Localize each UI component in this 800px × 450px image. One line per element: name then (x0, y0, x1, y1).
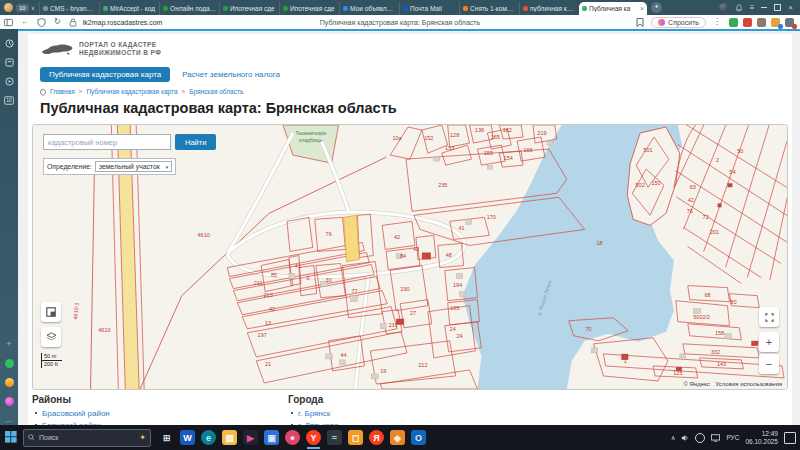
maximize-button[interactable] (774, 4, 781, 11)
breadcrumb-map[interactable]: Публичная кадастровая карта (86, 88, 177, 95)
browser-tab[interactable]: Ипотечная сде (279, 2, 339, 15)
browser-toolbar: ← ↻ lk2map.roscadastres.com Публичная ка… (0, 15, 800, 30)
network-icon[interactable] (695, 433, 705, 443)
city-link[interactable]: г. Брянск (298, 409, 349, 418)
tabs-panel-icon[interactable]: 10 (4, 95, 14, 105)
taskbar-app-store[interactable]: ◻ (348, 430, 363, 445)
taskbar-clock[interactable]: 12:49 06.10.2025 (745, 430, 778, 446)
bookmarks-panel-icon[interactable] (4, 57, 14, 67)
volume-icon[interactable] (681, 434, 689, 442)
nav-tab-land-tax[interactable]: Расчет земельного налога (182, 70, 280, 79)
taskbar-app-explorer[interactable]: ▤ (222, 430, 237, 445)
minimize-button[interactable] (761, 7, 767, 8)
history-icon[interactable] (4, 38, 14, 48)
url-text[interactable]: lk2map.roscadastres.com (83, 19, 163, 26)
taskbar-app-app-pink[interactable]: ● (285, 430, 300, 445)
browser-tab[interactable]: MirAccept - код (99, 2, 159, 15)
browser-tab[interactable]: публичная када (519, 2, 579, 15)
attribution-terms-link[interactable]: Условия использования (715, 381, 782, 387)
notification-center-icon[interactable] (784, 432, 796, 444)
nav-tab-cadastral-map[interactable]: Публичная кадастровая карта (40, 67, 170, 82)
notifications-bell-icon[interactable] (735, 4, 743, 12)
taskbar-app-outlook[interactable]: O (411, 430, 426, 445)
taskbar-app-calculator[interactable]: = (327, 430, 342, 445)
start-button[interactable] (5, 429, 17, 447)
tab-favicon (223, 6, 228, 11)
district-link[interactable]: Брасовский район (42, 409, 114, 418)
copilot-sparkle-icon[interactable]: ✦ (139, 433, 146, 442)
browser-tab[interactable]: Публичная ка× (579, 2, 647, 15)
select-value: земельный участок (99, 163, 160, 170)
alice-icon[interactable] (4, 396, 14, 406)
extension-adblock-icon[interactable] (729, 18, 738, 27)
breadcrumb-home[interactable]: Главная (50, 88, 75, 95)
messenger-icon[interactable] (4, 358, 14, 368)
display-icon[interactable] (711, 434, 720, 442)
parcel-label: 9 (306, 275, 309, 281)
browser-tab[interactable]: Снять 1-комнат (459, 2, 519, 15)
extension-gray-icon[interactable] (757, 18, 766, 27)
tab-title: CMS - bryansky (50, 5, 96, 12)
taskbar-app-task-view[interactable]: ⊞ (159, 430, 174, 445)
browser-menu-icon[interactable]: ≡ (750, 3, 755, 12)
zoom-out-button[interactable]: − (759, 354, 779, 374)
taskbar-app-edge[interactable]: e (201, 430, 216, 445)
back-icon[interactable]: ← (21, 18, 29, 26)
districts-heading: Районы (32, 394, 114, 405)
fullscreen-button[interactable] (759, 307, 779, 327)
taskbar-search[interactable]: Поиск ✦ (23, 429, 151, 447)
protect-shield-icon[interactable] (37, 18, 46, 27)
hidden-icons-chevron[interactable]: ∧ (671, 434, 676, 442)
side-panel-icon[interactable] (4, 18, 13, 27)
lock-icon (69, 18, 77, 27)
browser-tab[interactable]: Почта Mail (399, 2, 459, 15)
parcel-label: р. Малая Речка (536, 280, 553, 316)
extension-orange-icon[interactable] (771, 18, 780, 27)
profile-avatar[interactable] (719, 3, 728, 12)
browser-tab[interactable]: Мои объявлени (339, 2, 399, 15)
sidebar-more-icon[interactable]: ⋯ (4, 415, 14, 425)
tabs-dropdown-chevron-icon[interactable]: ∨ (31, 4, 35, 11)
language-indicator[interactable]: РУС (726, 434, 739, 441)
bookmark-flag-icon[interactable] (636, 18, 644, 27)
land-type-select[interactable]: земельный участок ▾ (95, 161, 172, 172)
new-tab-button[interactable]: + (651, 2, 662, 13)
measure-tool-button[interactable] (41, 302, 61, 322)
layers-button[interactable] (41, 327, 61, 347)
taskbar-app-photos[interactable]: ▣ (264, 430, 279, 445)
taskbar-app-word[interactable]: W (180, 430, 195, 445)
video-icon[interactable] (4, 76, 14, 86)
zoom-in-button[interactable]: + (759, 332, 779, 352)
cadastral-map-canvas[interactable]: 461046104610-1Тешеничскоекладбище10а1521… (32, 124, 788, 390)
mail-icon[interactable] (4, 377, 14, 387)
extension-badge (792, 24, 797, 29)
browser-sidebar: 10 + ⋯ (0, 29, 18, 425)
breadcrumb-region[interactable]: Брянская область (189, 88, 243, 95)
tab-counter[interactable]: 10 (16, 4, 29, 12)
parcel-label: 219 (537, 130, 546, 136)
taskbar-app-wallet[interactable]: ◆ (390, 430, 405, 445)
tab-favicon (523, 6, 528, 11)
site-logo-icon[interactable] (40, 40, 74, 58)
cadastral-number-input[interactable] (43, 134, 171, 150)
parcel-label: 150 (651, 180, 660, 186)
parcel-label: 166 (523, 147, 532, 153)
browser-profile-icon[interactable] (4, 3, 13, 12)
reload-icon[interactable]: ↻ (54, 18, 61, 26)
taskbar-app-yandex-browser[interactable]: Y (306, 430, 321, 445)
taskbar-app-yandex-app[interactable]: Я (369, 430, 384, 445)
close-tab-icon[interactable]: × (640, 5, 644, 12)
sidebar-add-icon[interactable]: + (4, 339, 14, 349)
extension-red-icon[interactable] (743, 18, 752, 27)
ask-alice-button[interactable]: Спросить (651, 17, 706, 28)
browser-tab[interactable]: Онлайн подача (159, 2, 219, 15)
more-options-icon[interactable]: ⋮ (713, 18, 721, 26)
close-window-button[interactable]: × (788, 4, 793, 12)
browser-tab[interactable]: CMS - bryansky (39, 2, 99, 15)
parcel-label: 77 (351, 288, 357, 294)
tab-favicon (582, 6, 587, 11)
extension-dark-icon[interactable] (785, 18, 794, 27)
search-button[interactable]: Найти (175, 134, 216, 150)
taskbar-app-media-player[interactable]: ▶ (243, 430, 258, 445)
browser-tab[interactable]: Ипотечная сде (219, 2, 279, 15)
